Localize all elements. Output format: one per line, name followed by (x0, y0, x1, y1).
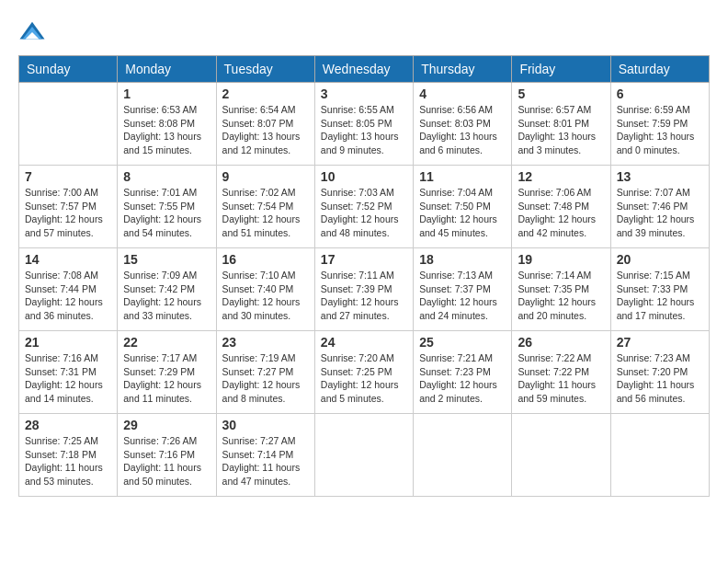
calendar-day-cell: 9Sunrise: 7:02 AM Sunset: 7:54 PM Daylig… (216, 166, 314, 248)
calendar-day-cell: 30Sunrise: 7:27 AM Sunset: 7:14 PM Dayli… (216, 414, 314, 497)
calendar-day-cell (610, 414, 709, 497)
calendar-day-cell: 21Sunrise: 7:16 AM Sunset: 7:31 PM Dayli… (19, 331, 118, 414)
calendar-day-cell: 1Sunrise: 6:53 AM Sunset: 8:08 PM Daylig… (118, 83, 216, 166)
calendar-day-cell: 27Sunrise: 7:23 AM Sunset: 7:20 PM Dayli… (610, 331, 709, 414)
day-number: 4 (419, 86, 506, 101)
day-info: Sunrise: 7:25 AM Sunset: 7:18 PM Dayligh… (25, 434, 111, 488)
calendar-week-row: 1Sunrise: 6:53 AM Sunset: 8:08 PM Daylig… (19, 83, 710, 166)
day-number: 5 (518, 86, 604, 101)
day-info: Sunrise: 6:55 AM Sunset: 8:05 PM Dayligh… (321, 103, 407, 157)
day-number: 13 (617, 169, 703, 184)
day-info: Sunrise: 7:19 AM Sunset: 7:27 PM Dayligh… (222, 351, 309, 406)
day-info: Sunrise: 6:57 AM Sunset: 8:01 PM Dayligh… (518, 103, 604, 157)
day-info: Sunrise: 6:59 AM Sunset: 7:59 PM Dayligh… (617, 103, 703, 157)
day-info: Sunrise: 7:00 AM Sunset: 7:57 PM Dayligh… (25, 186, 111, 240)
day-number: 1 (123, 86, 210, 101)
day-info: Sunrise: 7:07 AM Sunset: 7:46 PM Dayligh… (617, 186, 703, 240)
day-number: 14 (25, 252, 111, 267)
day-number: 26 (518, 335, 604, 350)
day-info: Sunrise: 7:01 AM Sunset: 7:55 PM Dayligh… (123, 186, 210, 240)
day-info: Sunrise: 7:10 AM Sunset: 7:40 PM Dayligh… (222, 269, 309, 323)
day-info: Sunrise: 7:15 AM Sunset: 7:33 PM Dayligh… (617, 269, 703, 323)
day-info: Sunrise: 7:22 AM Sunset: 7:22 PM Dayligh… (518, 351, 604, 406)
day-info: Sunrise: 7:13 AM Sunset: 7:37 PM Dayligh… (419, 269, 506, 323)
calendar-day-cell: 22Sunrise: 7:17 AM Sunset: 7:29 PM Dayli… (118, 331, 216, 414)
day-number: 17 (321, 252, 407, 267)
calendar-day-cell: 17Sunrise: 7:11 AM Sunset: 7:39 PM Dayli… (314, 248, 413, 331)
calendar-day-cell: 24Sunrise: 7:20 AM Sunset: 7:25 PM Dayli… (314, 331, 413, 414)
day-info: Sunrise: 7:04 AM Sunset: 7:50 PM Dayligh… (419, 186, 506, 240)
day-number: 25 (419, 335, 506, 350)
logo-icon (18, 18, 46, 46)
day-info: Sunrise: 7:17 AM Sunset: 7:29 PM Dayligh… (123, 351, 210, 406)
page-header (18, 18, 710, 46)
calendar-day-header: Thursday (414, 56, 512, 83)
calendar-day-cell: 14Sunrise: 7:08 AM Sunset: 7:44 PM Dayli… (19, 248, 118, 331)
day-number: 28 (25, 418, 111, 432)
day-number: 21 (25, 335, 111, 350)
day-number: 24 (321, 335, 407, 350)
calendar-day-cell: 3Sunrise: 6:55 AM Sunset: 8:05 PM Daylig… (314, 83, 413, 166)
calendar-day-cell: 16Sunrise: 7:10 AM Sunset: 7:40 PM Dayli… (216, 248, 314, 331)
calendar-day-cell (19, 83, 118, 166)
day-info: Sunrise: 7:06 AM Sunset: 7:48 PM Dayligh… (518, 186, 604, 240)
calendar-day-header: Friday (512, 56, 610, 83)
day-number: 16 (222, 252, 309, 267)
calendar-day-header: Saturday (610, 56, 709, 83)
day-info: Sunrise: 7:27 AM Sunset: 7:14 PM Dayligh… (222, 434, 309, 488)
calendar-day-cell (512, 414, 610, 497)
day-info: Sunrise: 7:08 AM Sunset: 7:44 PM Dayligh… (25, 269, 111, 323)
day-info: Sunrise: 6:54 AM Sunset: 8:07 PM Dayligh… (222, 103, 309, 157)
day-info: Sunrise: 6:56 AM Sunset: 8:03 PM Dayligh… (419, 103, 506, 157)
day-number: 23 (222, 335, 309, 350)
day-info: Sunrise: 7:14 AM Sunset: 7:35 PM Dayligh… (518, 269, 604, 323)
calendar-day-cell: 4Sunrise: 6:56 AM Sunset: 8:03 PM Daylig… (414, 83, 512, 166)
day-number: 6 (617, 86, 703, 101)
calendar-day-cell (314, 414, 413, 497)
calendar-day-cell: 29Sunrise: 7:26 AM Sunset: 7:16 PM Dayli… (118, 414, 216, 497)
calendar-day-cell: 18Sunrise: 7:13 AM Sunset: 7:37 PM Dayli… (414, 248, 512, 331)
day-info: Sunrise: 7:11 AM Sunset: 7:39 PM Dayligh… (321, 269, 407, 323)
calendar-day-header: Monday (118, 56, 216, 83)
calendar-day-cell: 8Sunrise: 7:01 AM Sunset: 7:55 PM Daylig… (118, 166, 216, 248)
calendar-week-row: 7Sunrise: 7:00 AM Sunset: 7:57 PM Daylig… (19, 166, 710, 248)
calendar-table: SundayMondayTuesdayWednesdayThursdayFrid… (18, 55, 710, 497)
calendar-day-cell: 15Sunrise: 7:09 AM Sunset: 7:42 PM Dayli… (118, 248, 216, 331)
calendar-day-cell: 13Sunrise: 7:07 AM Sunset: 7:46 PM Dayli… (610, 166, 709, 248)
day-number: 27 (617, 335, 703, 350)
calendar-day-cell: 10Sunrise: 7:03 AM Sunset: 7:52 PM Dayli… (314, 166, 413, 248)
calendar-day-cell: 20Sunrise: 7:15 AM Sunset: 7:33 PM Dayli… (610, 248, 709, 331)
calendar-day-cell: 6Sunrise: 6:59 AM Sunset: 7:59 PM Daylig… (610, 83, 709, 166)
day-number: 11 (419, 169, 506, 184)
calendar-day-cell: 7Sunrise: 7:00 AM Sunset: 7:57 PM Daylig… (19, 166, 118, 248)
day-number: 18 (419, 252, 506, 267)
calendar-day-header: Tuesday (216, 56, 314, 83)
calendar-day-cell: 12Sunrise: 7:06 AM Sunset: 7:48 PM Dayli… (512, 166, 610, 248)
logo (18, 18, 50, 46)
day-info: Sunrise: 7:23 AM Sunset: 7:20 PM Dayligh… (617, 351, 703, 406)
day-number: 29 (123, 418, 210, 432)
calendar-day-cell: 25Sunrise: 7:21 AM Sunset: 7:23 PM Dayli… (414, 331, 512, 414)
calendar-day-cell: 23Sunrise: 7:19 AM Sunset: 7:27 PM Dayli… (216, 331, 314, 414)
day-number: 3 (321, 86, 407, 101)
day-number: 15 (123, 252, 210, 267)
day-info: Sunrise: 7:26 AM Sunset: 7:16 PM Dayligh… (123, 434, 210, 488)
day-number: 12 (518, 169, 604, 184)
calendar-day-cell (414, 414, 512, 497)
day-info: Sunrise: 7:20 AM Sunset: 7:25 PM Dayligh… (321, 351, 407, 406)
calendar-day-header: Sunday (19, 56, 118, 83)
calendar-day-header: Wednesday (314, 56, 413, 83)
calendar-header-row: SundayMondayTuesdayWednesdayThursdayFrid… (19, 56, 710, 83)
day-number: 10 (321, 169, 407, 184)
day-number: 30 (222, 418, 309, 432)
day-info: Sunrise: 7:21 AM Sunset: 7:23 PM Dayligh… (419, 351, 506, 406)
calendar-day-cell: 26Sunrise: 7:22 AM Sunset: 7:22 PM Dayli… (512, 331, 610, 414)
calendar-day-cell: 2Sunrise: 6:54 AM Sunset: 8:07 PM Daylig… (216, 83, 314, 166)
day-number: 8 (123, 169, 210, 184)
day-number: 7 (25, 169, 111, 184)
calendar-week-row: 28Sunrise: 7:25 AM Sunset: 7:18 PM Dayli… (19, 414, 710, 497)
calendar-day-cell: 28Sunrise: 7:25 AM Sunset: 7:18 PM Dayli… (19, 414, 118, 497)
calendar-week-row: 14Sunrise: 7:08 AM Sunset: 7:44 PM Dayli… (19, 248, 710, 331)
day-info: Sunrise: 6:53 AM Sunset: 8:08 PM Dayligh… (123, 103, 210, 157)
calendar-day-cell: 11Sunrise: 7:04 AM Sunset: 7:50 PM Dayli… (414, 166, 512, 248)
